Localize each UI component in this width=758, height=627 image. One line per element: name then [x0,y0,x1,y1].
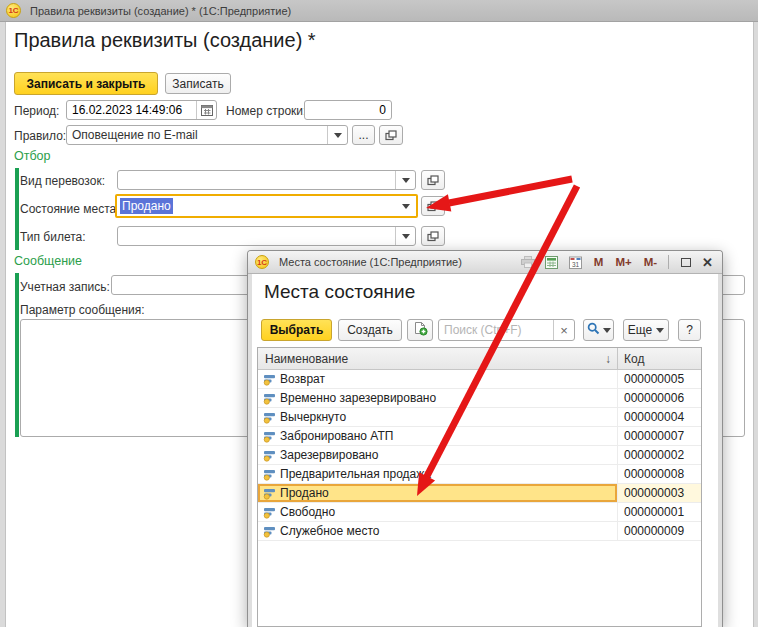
transport-kind-field[interactable] [117,170,416,190]
m-minus-button[interactable]: М- [640,256,661,268]
new-document-icon [413,321,428,339]
ticket-type-open-button[interactable] [421,226,445,246]
open-icon [385,130,397,141]
row-name-cell[interactable]: Свободно [258,503,617,521]
row-name: Вычеркнуто [280,410,346,424]
row-name-cell[interactable]: Временно зарезервировано [258,389,617,407]
seat-state-dropdown-button[interactable] [396,196,416,216]
seat-state-label: Состояние места: [20,202,120,216]
row-code-cell[interactable]: 000000007 [617,427,701,445]
catalog-item-icon [263,373,276,386]
table-row[interactable]: Предварительная продажа000000008 [258,465,701,484]
open-icon [427,175,439,186]
row-code-cell[interactable]: 000000001 [617,503,701,521]
maximize-icon [681,258,691,267]
table-row[interactable]: Служебное место000000009 [258,522,701,541]
main-titlebar[interactable]: 1С Правила реквизиты (создание) * (1С:Пр… [0,0,758,22]
calendar-button[interactable]: 31 [566,254,586,271]
table-row[interactable]: Вычеркнуто000000004 [258,408,701,427]
save-and-close-button[interactable]: Записать и закрыть [14,72,158,95]
1c-logo-icon: 1С [6,3,21,18]
rule-dropdown-button[interactable] [327,126,347,144]
row-code: 000000006 [624,391,684,405]
popup-titlebar[interactable]: 1С Места состояние (1С:Предприятие) 31 М… [248,251,722,274]
row-name: Свободно [280,505,335,519]
message-section-title: Сообщение [14,254,82,268]
main-window-title: Правила реквизиты (создание) * (1С:Предп… [30,5,291,17]
table-row[interactable]: Забронировано АТП000000007 [258,427,701,446]
rule-value: Оповещение по E-mail [67,128,327,142]
line-number-field[interactable] [304,100,392,120]
transport-kind-dropdown-button[interactable] [395,171,415,189]
search-field[interactable]: × [438,319,575,341]
chevron-down-icon [402,204,410,209]
table-row[interactable]: Свободно000000001 [258,503,701,522]
row-name-cell[interactable]: Возврат [258,370,617,388]
select-button[interactable]: Выбрать [261,319,332,341]
row-code-cell[interactable]: 000000008 [617,465,701,483]
create-button[interactable]: Создать [338,319,402,341]
row-name-cell[interactable]: Предварительная продажа [258,465,617,483]
create-new-group-button[interactable] [407,319,433,341]
row-code-cell[interactable]: 000000009 [617,522,701,540]
column-header-name[interactable]: Наименование ↓ [258,352,617,366]
row-name: Забронировано АТП [280,429,393,443]
seat-state-field-focused[interactable]: Продано [115,194,418,218]
seat-state-open-button[interactable] [421,196,445,216]
row-name-cell[interactable]: Вычеркнуто [258,408,617,426]
line-number-label: Номер строки: [226,104,306,118]
table-header[interactable]: Наименование ↓ Код [258,348,701,370]
rule-field[interactable]: Оповещение по E-mail [66,125,348,145]
maximize-button[interactable] [676,254,696,271]
help-button[interactable]: ? [678,319,701,341]
row-name-cell[interactable]: Зарезервировано [258,446,617,464]
search-options-button[interactable] [583,319,614,341]
calendar-picker-button[interactable] [196,101,216,119]
row-code: 000000007 [624,429,684,443]
row-code-cell[interactable]: 000000003 [617,484,701,502]
row-name-cell[interactable]: Служебное место [258,522,617,540]
row-name-cell[interactable]: Продано [258,484,617,502]
search-input[interactable] [439,320,553,340]
catalog-item-icon [263,411,276,424]
row-code-cell[interactable]: 000000004 [617,408,701,426]
period-field[interactable] [66,100,217,120]
open-icon [427,231,439,242]
table-row[interactable]: Зарезервировано000000002 [258,446,701,465]
chevron-down-icon [402,178,410,183]
rule-more-button[interactable]: ... [352,125,375,145]
state-table: Наименование ↓ Код Возврат000000005Време… [257,347,702,627]
row-code-cell[interactable]: 000000005 [617,370,701,388]
more-button[interactable]: Еще [623,319,669,341]
column-header-code[interactable]: Код [617,348,701,369]
seat-state-selected-value: Продано [120,198,173,214]
m-button[interactable]: М [590,256,608,268]
row-code-cell[interactable]: 000000002 [617,446,701,464]
table-row[interactable]: Временно зарезервировано000000006 [258,389,701,408]
popup-table-rows: Возврат000000005Временно зарезервировано… [258,370,701,541]
ticket-type-label: Тип билета: [20,230,86,244]
ticket-type-field[interactable] [117,226,416,246]
close-button[interactable]: ✕ [700,255,715,270]
chevron-down-icon [334,133,342,138]
catalog-item-icon [263,487,276,500]
search-clear-button[interactable]: × [553,320,574,340]
calculator-button[interactable] [542,254,562,271]
transport-kind-label: Вид перевозок: [20,174,105,188]
ticket-type-dropdown-button[interactable] [395,227,415,245]
line-number-input[interactable] [305,103,391,117]
print-button[interactable] [518,254,538,271]
transport-kind-open-button[interactable] [421,170,445,190]
m-plus-button[interactable]: М+ [611,256,635,268]
message-section-bar [15,273,19,437]
period-input[interactable] [67,103,196,117]
table-row[interactable]: Продано000000003 [258,484,701,503]
screen: 1С Правила реквизиты (создание) * (1С:Пр… [0,0,758,627]
chevron-down-icon [603,328,611,333]
save-button[interactable]: Записать [165,73,231,94]
table-row[interactable]: Возврат000000005 [258,370,701,389]
rule-open-button[interactable] [379,125,403,145]
arrow-to-seat-state-dropdown [426,179,572,212]
row-code-cell[interactable]: 000000006 [617,389,701,407]
row-name-cell[interactable]: Забронировано АТП [258,427,617,445]
